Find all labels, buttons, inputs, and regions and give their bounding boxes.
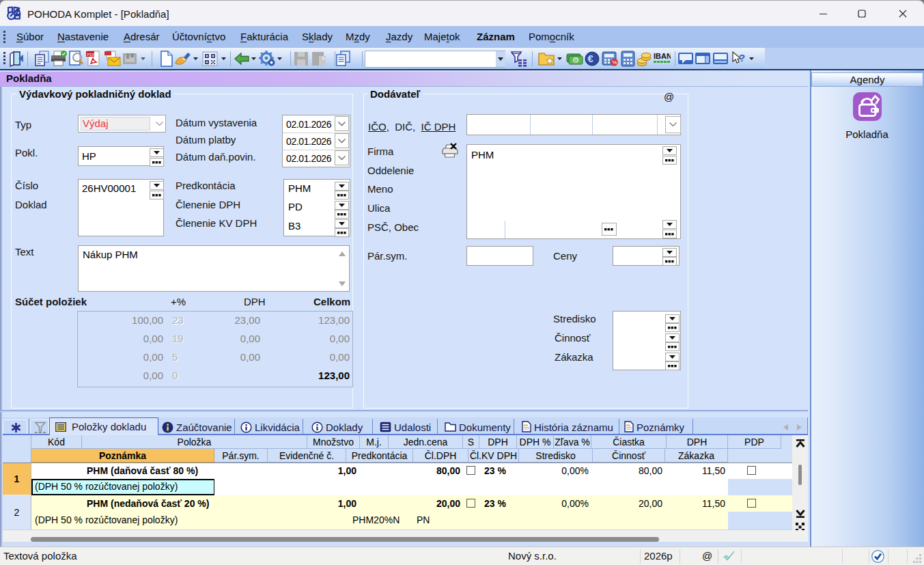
svg-text:?: ? [739,52,745,64]
svg-text:0: 0 [574,57,578,64]
svg-text:€: € [588,53,594,64]
svg-text:PDF: PDF [87,53,96,57]
svg-text:%: % [613,59,617,66]
svg-text:IBAN: IBAN [654,52,671,60]
